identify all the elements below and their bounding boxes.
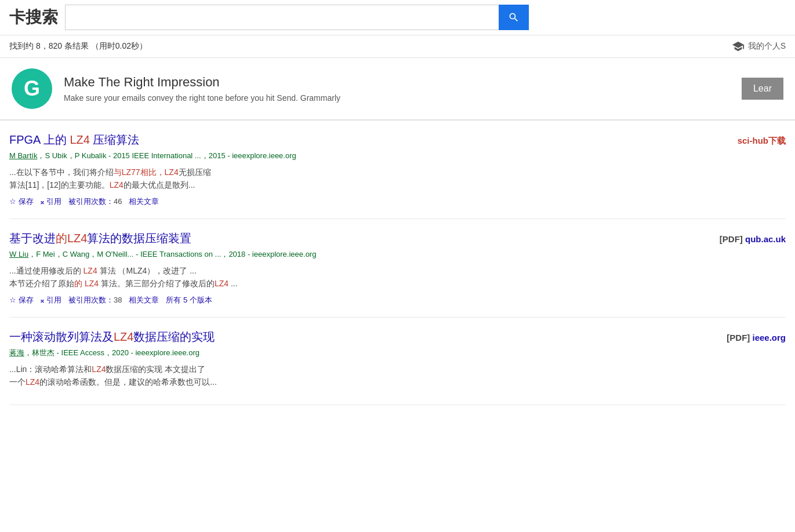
scihub-download-link[interactable]: sci-hub下载	[738, 136, 786, 147]
all-versions-link[interactable]: 所有 5 个版本	[166, 295, 212, 305]
result-snippet: ...通过使用修改后的 LZ4 算法 （MLZ4），改进了 ...本节还介绍了原…	[9, 264, 531, 290]
table-row: 一种滚动散列算法及LZ4数据压缩的实现 蒋海，林世杰 - IEEE Access…	[9, 318, 786, 406]
result-meta: M Bartík，S Ubik，P Kubalik - 2015 IEEE In…	[9, 151, 531, 161]
result-snippet: ...Lin：滚动哈希算法和LZ4数据压缩的实现 本文提出了一个LZ4的滚动哈希…	[9, 363, 531, 389]
results-bar: 找到约 8，820 条结果 （用时0.02秒） 我的个人S	[0, 35, 795, 58]
related-articles-link[interactable]: 相关文章	[129, 196, 159, 207]
cite-action[interactable]: 𝄪 引用	[41, 295, 61, 305]
result-meta: 蒋海，林世杰 - IEEE Access，2020 - ieeexplore.i…	[9, 348, 531, 358]
result-meta: W Liu，F Mei，C Wang，M O'Neill... - IEEE T…	[9, 249, 531, 260]
result-title[interactable]: 基于改进的LZ4算法的数据压缩装置	[9, 231, 531, 246]
result-side: sci-hub下载	[738, 132, 786, 147]
results-time-open: （用时	[91, 41, 115, 50]
cite-action[interactable]: 𝄪 引用	[41, 196, 61, 207]
related-articles-link[interactable]: 相关文章	[129, 295, 159, 305]
result-main: 一种滚动散列算法及LZ4数据压缩的实现 蒋海，林世杰 - IEEE Access…	[9, 329, 531, 393]
citation-count: 被引用次数：46	[68, 196, 122, 207]
cite-label: 引用	[46, 196, 61, 207]
table-row: 基于改进的LZ4算法的数据压缩装置 W Liu，F Mei，C Wang，M O…	[9, 219, 786, 318]
site-title: 卡搜索	[9, 6, 58, 28]
save-label: 保存	[19, 295, 34, 305]
search-icon	[508, 12, 520, 23]
personal-area: 我的个人S	[732, 40, 786, 53]
results-time-value: 0.02	[115, 41, 131, 50]
result-side: [PDF] qub.ac.uk	[720, 231, 786, 244]
result-actions: ☆ 保存 𝄪 引用 被引用次数：38 相关文章 所有 5 个版本	[9, 295, 531, 305]
result-main: FPGA 上的 LZ4 压缩算法 M Bartík，S Ubik，P Kubal…	[9, 132, 531, 207]
save-action[interactable]: ☆ 保存	[9, 196, 34, 207]
result-title[interactable]: FPGA 上的 LZ4 压缩算法	[9, 132, 531, 147]
pdf-link[interactable]: [PDF] qub.ac.uk	[720, 234, 786, 244]
results-count: 找到约 8，820 条结果 （用时0.02秒）	[9, 41, 147, 52]
ad-logo-letter: G	[24, 76, 40, 101]
ad-title: Make The Right Impression	[64, 75, 730, 90]
pdf-link[interactable]: [PDF] ieee.org	[727, 333, 786, 342]
save-action[interactable]: ☆ 保存	[9, 295, 34, 305]
result-meta-author[interactable]: 蒋海	[9, 348, 24, 357]
graduation-cap-icon	[732, 40, 745, 53]
ad-banner: G Make The Right Impression Make sure yo…	[0, 58, 795, 121]
result-main: 基于改进的LZ4算法的数据压缩装置 W Liu，F Mei，C Wang，M O…	[9, 231, 531, 305]
search-bar	[65, 5, 529, 30]
result-snippet: ...在以下各节中，我们将介绍与LZ77相比，LZ4无损压缩算法[11]，[12…	[9, 166, 531, 192]
result-side: [PDF] ieee.org	[727, 329, 786, 342]
result-meta-author[interactable]: W Liu	[9, 250, 28, 258]
header: 卡搜索	[0, 0, 795, 35]
ad-logo: G	[12, 68, 52, 109]
search-input[interactable]	[65, 5, 499, 30]
citation-count: 被引用次数：38	[68, 295, 122, 305]
result-actions: ☆ 保存 𝄪 引用 被引用次数：46 相关文章	[9, 196, 531, 207]
ad-text: Make The Right Impression Make sure your…	[64, 75, 730, 103]
result-title[interactable]: 一种滚动散列算法及LZ4数据压缩的实现	[9, 329, 531, 344]
results-time-suffix: 秒）	[131, 41, 147, 50]
result-meta-author[interactable]: M Bartík	[9, 151, 37, 160]
table-row: FPGA 上的 LZ4 压缩算法 M Bartík，S Ubik，P Kubal…	[9, 121, 786, 219]
cite-label: 引用	[46, 295, 61, 305]
ad-subtitle: Make sure your emails convey the right t…	[64, 93, 730, 103]
personal-label: 我的个人S	[748, 41, 786, 52]
results-count-text: 找到约 8，820 条结果	[9, 41, 89, 50]
ad-cta-button[interactable]: Lear	[742, 78, 783, 100]
results-container: FPGA 上的 LZ4 压缩算法 M Bartík，S Ubik，P Kubal…	[0, 121, 795, 405]
search-button[interactable]	[499, 5, 529, 30]
save-label: 保存	[19, 196, 34, 207]
